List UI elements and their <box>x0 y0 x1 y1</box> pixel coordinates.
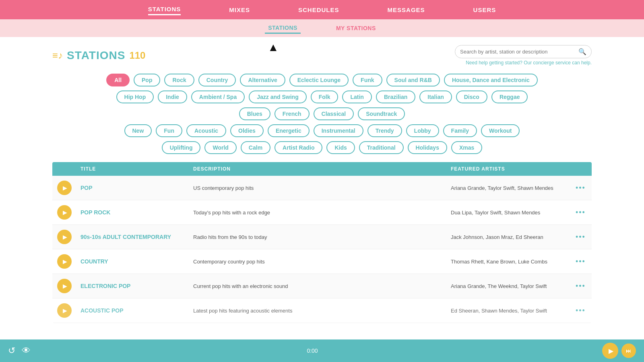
featured-artists-90s: Jack Johnson, Jason Mraz, Ed Sheeran <box>447 234 576 240</box>
nav-mixes[interactable]: MIXES <box>229 5 250 15</box>
filter-classical[interactable]: Classical <box>314 107 354 120</box>
station-name-pop-rock: POP ROCK <box>76 209 189 216</box>
player-play-icon: ▶ <box>609 347 613 355</box>
featured-artists-pop-rock: Dua Lipa, Taylor Swift, Shawn Mendes <box>447 210 576 216</box>
music-list-icon: ≡♪ <box>52 50 63 61</box>
concierge-text: Need help getting started? Our concierge… <box>466 60 592 66</box>
filter-brazilian[interactable]: Brazilian <box>376 90 415 103</box>
table-row: ▶ ELECTRONIC POP Current pop hits with a… <box>52 274 592 298</box>
filter-rock[interactable]: Rock <box>164 74 194 86</box>
filter-new[interactable]: New <box>124 124 152 137</box>
play-button-electronic-pop[interactable]: ▶ <box>57 279 72 293</box>
more-button-acoustic-pop[interactable]: ••• <box>576 306 592 315</box>
filter-soul-rnb[interactable]: Soul and R&B <box>386 74 440 86</box>
filter-hip-hop[interactable]: Hip Hop <box>116 90 154 103</box>
play-button-acoustic-pop[interactable]: ▶ <box>57 303 72 318</box>
nav-users[interactable]: USERS <box>473 5 496 15</box>
stations-title: STATIONS <box>67 49 125 62</box>
filter-italian[interactable]: Italian <box>419 90 452 103</box>
filter-holidays[interactable]: Holidays <box>408 141 447 154</box>
filter-reggae[interactable]: Reggae <box>491 90 528 103</box>
more-button-country[interactable]: ••• <box>576 257 592 266</box>
play-icon: ▶ <box>63 307 67 314</box>
search-input[interactable] <box>460 49 578 55</box>
filter-blues[interactable]: Blues <box>239 107 270 120</box>
filter-pop[interactable]: Pop <box>134 74 160 86</box>
filter-family[interactable]: Family <box>443 124 477 137</box>
filter-workout[interactable]: Workout <box>481 124 520 137</box>
player-controls: ▶ ⏭ <box>602 343 636 359</box>
more-button-90s[interactable]: ••• <box>576 233 592 241</box>
search-area: 🔍 Need help getting started? Our concier… <box>455 45 592 66</box>
filter-artist-radio[interactable]: Artist Radio <box>275 141 322 154</box>
station-desc-pop-rock: Today's pop hits with a rock edge <box>189 210 447 216</box>
featured-artists-country: Thomas Rhett, Kane Brown, Luke Combs <box>447 259 576 265</box>
filter-acoustic[interactable]: Acoustic <box>186 124 226 137</box>
player-time-display: 0:00 <box>307 348 318 354</box>
th-play <box>52 166 76 172</box>
subnav-my-stations[interactable]: MY STATIONS <box>333 23 379 33</box>
more-button-pop[interactable]: ••• <box>576 184 592 192</box>
play-button-90s[interactable]: ▶ <box>57 230 72 244</box>
filter-traditional[interactable]: Traditional <box>359 141 404 154</box>
filter-house-dance-electronic[interactable]: House, Dance and Electronic <box>444 74 538 86</box>
filter-folk[interactable]: Folk <box>311 90 339 103</box>
stations-table: TITLE DESCRIPTION FEATURED ARTISTS ▶ POP… <box>52 162 592 323</box>
filter-uplifting[interactable]: Uplifting <box>162 141 201 154</box>
filter-alternative[interactable]: Alternative <box>240 74 285 86</box>
filter-country[interactable]: Country <box>198 74 236 86</box>
more-button-electronic-pop[interactable]: ••• <box>576 282 592 290</box>
station-desc-90s: Radio hits from the 90s to today <box>189 234 447 240</box>
filter-soundtrack[interactable]: Soundtrack <box>358 107 405 120</box>
play-cell-2: ▶ <box>52 205 76 220</box>
filter-ambient-spa[interactable]: Ambient / Spa <box>191 90 245 103</box>
filter-funk[interactable]: Funk <box>353 74 382 86</box>
filter-oldies[interactable]: Oldies <box>230 124 264 137</box>
play-button-pop-rock[interactable]: ▶ <box>57 205 72 220</box>
more-button-pop-rock[interactable]: ••• <box>576 208 592 217</box>
table-row: ▶ COUNTRY Contemporary country pop hits … <box>52 249 592 274</box>
play-cell-6: ▶ <box>52 303 76 318</box>
nav-schedules[interactable]: SCHEDULES <box>298 5 339 15</box>
play-button-pop[interactable]: ▶ <box>57 181 72 195</box>
filter-latin[interactable]: Latin <box>342 90 372 103</box>
filter-eclectic-lounge[interactable]: Eclectic Lounge <box>289 74 349 86</box>
filter-jazz-swing[interactable]: Jazz and Swing <box>249 90 306 103</box>
play-icon: ▶ <box>63 185 67 191</box>
filter-french[interactable]: French <box>275 107 310 120</box>
th-description: DESCRIPTION <box>189 166 447 172</box>
play-icon: ▶ <box>63 209 67 216</box>
table-header: TITLE DESCRIPTION FEATURED ARTISTS <box>52 162 592 176</box>
play-icon: ▶ <box>63 283 67 289</box>
subnav-stations[interactable]: STATIONS <box>265 23 301 34</box>
th-title: TITLE <box>76 166 189 172</box>
play-icon: ▶ <box>63 258 67 265</box>
featured-artists-acoustic-pop: Ed Sheeran, Shawn Mendes, Taylor Swift <box>447 308 576 314</box>
player-next-button[interactable]: ⏭ <box>621 343 636 358</box>
station-name-electronic-pop: ELECTRONIC POP <box>76 283 189 289</box>
player-eye-icon[interactable]: 👁 <box>22 346 31 356</box>
player-history-icon[interactable]: ↺ <box>8 346 15 356</box>
header-row: ≡♪ STATIONS 110 🔍 Need help getting star… <box>52 45 592 66</box>
player-next-icon: ⏭ <box>626 348 632 354</box>
filter-instrumental[interactable]: Instrumental <box>314 124 363 137</box>
page-title: ≡♪ STATIONS 110 <box>52 49 145 62</box>
filter-trendy[interactable]: Trendy <box>367 124 402 137</box>
filter-disco[interactable]: Disco <box>456 90 487 103</box>
filter-kids[interactable]: Kids <box>326 141 355 154</box>
filter-world[interactable]: World <box>204 141 236 154</box>
filter-indie[interactable]: Indie <box>158 90 187 103</box>
filter-all[interactable]: All <box>106 74 130 86</box>
play-button-country[interactable]: ▶ <box>57 254 72 269</box>
top-nav: STATIONS MIXES SCHEDULES MESSAGES USERS <box>0 0 644 19</box>
player-bar: ↺ 👁 0:00 ▶ ⏭ <box>0 339 644 362</box>
player-play-button[interactable]: ▶ <box>602 343 618 359</box>
filter-energetic[interactable]: Energetic <box>268 124 310 137</box>
nav-stations[interactable]: STATIONS <box>148 4 181 15</box>
nav-messages[interactable]: MESSAGES <box>388 5 425 15</box>
filter-lobby[interactable]: Lobby <box>406 124 439 137</box>
filter-fun[interactable]: Fun <box>156 124 182 137</box>
play-cell-3: ▶ <box>52 230 76 244</box>
filter-calm[interactable]: Calm <box>241 141 270 154</box>
filter-xmas[interactable]: Xmas <box>451 141 482 154</box>
